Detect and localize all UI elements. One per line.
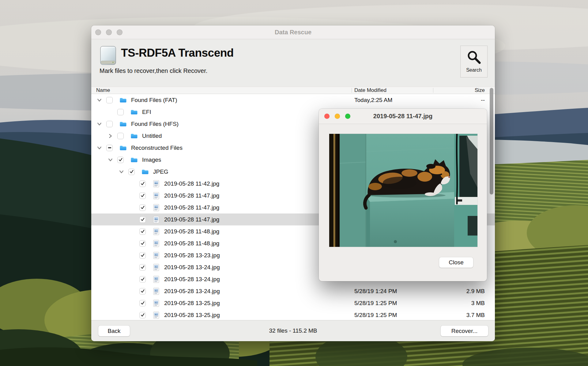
checkbox-checked[interactable] xyxy=(139,216,146,223)
checkbox-checked[interactable] xyxy=(139,180,146,187)
column-name[interactable]: Name xyxy=(96,87,110,93)
folder-icon xyxy=(130,133,138,139)
file-name: 2019-05-28 11-48.jpg xyxy=(164,240,219,247)
minimize-window-button[interactable] xyxy=(335,114,340,119)
file-name: 2019-05-28 13-24.jpg xyxy=(164,288,220,295)
checkbox-unchecked[interactable] xyxy=(117,133,124,139)
checkbox-checked[interactable] xyxy=(139,240,146,247)
zoom-window-button[interactable] xyxy=(117,29,123,35)
file-icon xyxy=(153,180,159,187)
file-icon xyxy=(153,192,159,199)
column-divider xyxy=(433,88,433,93)
date-modified: Today,2:25 AM xyxy=(354,97,392,104)
search-icon xyxy=(467,50,481,64)
file-icon xyxy=(153,300,159,307)
file-icon xyxy=(153,264,159,271)
checkbox-checked[interactable] xyxy=(139,288,146,294)
traffic-lights xyxy=(95,25,123,39)
checkbox-checked[interactable] xyxy=(139,312,146,318)
close-button[interactable]: Close xyxy=(439,257,473,268)
file-icon xyxy=(153,276,159,283)
selection-status: 32 files - 115.2 MB xyxy=(91,320,495,341)
file-name: 2019-05-28 11-48.jpg xyxy=(164,228,219,235)
folder-icon xyxy=(119,97,127,103)
zoom-window-button[interactable] xyxy=(345,114,350,119)
folder-icon xyxy=(119,121,127,127)
instructions-text: Mark files to recover,then click Recover… xyxy=(100,67,207,74)
file-name: 2019-05-28 13-24.jpg xyxy=(164,264,220,271)
footer-bar: 32 files - 115.2 MB Back Recover... xyxy=(91,320,495,341)
checkbox-mixed[interactable] xyxy=(106,145,113,151)
tree-row[interactable]: 2019-05-28 13-24.jpg5/28/19 1:24 PM2.9 M… xyxy=(91,285,495,297)
file-name: 2019-05-28 13-23.jpg xyxy=(164,252,220,259)
minimize-window-button[interactable] xyxy=(106,29,112,35)
drive-header: TS-RDF5A Transcend Mark files to recover… xyxy=(91,39,495,87)
date-modified: 5/28/19 1:25 PM xyxy=(354,300,397,307)
file-size: 3 MB xyxy=(471,300,485,307)
date-modified: 5/28/19 1:25 PM xyxy=(354,312,397,319)
column-size[interactable]: Size xyxy=(475,87,485,93)
file-name: Found Files (FAT) xyxy=(131,97,177,104)
tree-row[interactable]: 2019-05-28 13-25.jpg5/28/19 1:25 PM3.7 M… xyxy=(91,309,495,321)
file-icon xyxy=(153,204,159,211)
file-name: JPEG xyxy=(153,168,168,175)
file-name: 2019-05-28 11-47.jpg xyxy=(164,216,219,223)
date-modified: 5/28/19 1:24 PM xyxy=(354,288,397,295)
preview-window: 2019-05-28 11-47.jpg xyxy=(319,109,487,281)
drive-title: TS-RDF5A Transcend xyxy=(121,47,234,59)
checkbox-unchecked[interactable] xyxy=(117,109,124,115)
file-name: Untitled xyxy=(142,133,162,139)
file-size: -- xyxy=(481,97,485,104)
checkbox-checked[interactable] xyxy=(117,157,124,163)
recover-button[interactable]: Recover... xyxy=(441,326,488,336)
close-window-button[interactable] xyxy=(95,29,101,35)
file-icon xyxy=(153,252,159,259)
folder-icon xyxy=(130,157,138,163)
search-button[interactable]: Search xyxy=(460,46,488,77)
column-header: Name Date Modified Size xyxy=(91,87,495,94)
file-size: 3.7 MB xyxy=(466,312,485,319)
file-name: EFI xyxy=(142,109,151,115)
checkbox-checked[interactable] xyxy=(139,300,146,306)
checkbox-checked[interactable] xyxy=(139,228,146,235)
tree-row[interactable]: Found Files (FAT)Today,2:25 AM-- xyxy=(91,94,495,106)
search-button-label: Search xyxy=(466,67,482,73)
close-window-button[interactable] xyxy=(324,114,330,119)
file-name: 2019-05-28 11-47.jpg xyxy=(164,192,219,199)
column-date-modified[interactable]: Date Modified xyxy=(354,87,386,93)
chevron-down-icon[interactable] xyxy=(97,145,102,150)
checkbox-unchecked[interactable] xyxy=(106,97,113,103)
folder-icon xyxy=(141,169,149,175)
checkbox-checked[interactable] xyxy=(128,168,135,175)
scrollbar-thumb[interactable] xyxy=(490,88,493,194)
chevron-down-icon[interactable] xyxy=(108,157,113,162)
file-name: 2019-05-28 11-42.jpg xyxy=(164,180,219,187)
checkbox-unchecked[interactable] xyxy=(106,121,113,127)
checkbox-checked[interactable] xyxy=(139,276,146,282)
checkbox-checked[interactable] xyxy=(139,252,146,258)
checkbox-checked[interactable] xyxy=(139,264,146,270)
tree-row[interactable]: 2019-05-28 13-25.jpg5/28/19 1:25 PM3 MB xyxy=(91,297,495,309)
chevron-down-icon[interactable] xyxy=(97,97,102,103)
checkbox-checked[interactable] xyxy=(139,192,146,199)
file-name: 2019-05-28 13-24.jpg xyxy=(164,276,220,283)
preview-photo xyxy=(329,134,477,247)
file-size: 2.9 MB xyxy=(466,288,485,295)
back-button[interactable]: Back xyxy=(98,326,130,336)
file-name: 2019-05-28 13-25.jpg xyxy=(164,300,220,307)
file-name: 2019-05-28 13-25.jpg xyxy=(164,312,220,319)
folder-icon xyxy=(130,109,138,115)
chevron-down-icon[interactable] xyxy=(97,121,102,126)
window-title: Data Rescue xyxy=(275,29,311,36)
preview-titlebar: 2019-05-28 11-47.jpg xyxy=(319,109,487,124)
preview-traffic-lights xyxy=(324,114,350,119)
chevron-right-icon[interactable] xyxy=(108,133,113,138)
column-divider xyxy=(352,88,352,93)
drive-icon xyxy=(100,46,117,65)
file-icon xyxy=(153,228,159,235)
main-titlebar: Data Rescue xyxy=(91,25,495,39)
file-icon xyxy=(153,311,159,319)
chevron-down-icon[interactable] xyxy=(119,169,124,174)
checkbox-checked[interactable] xyxy=(139,204,146,211)
folder-icon xyxy=(119,145,127,151)
